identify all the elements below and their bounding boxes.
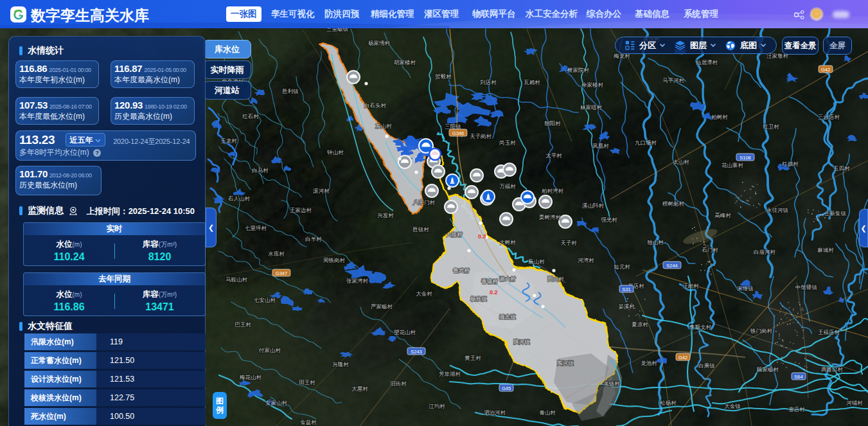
- svg-text:柏树村: 柏树村: [711, 114, 728, 120]
- svg-text:白庙河村: 白庙河村: [754, 249, 776, 255]
- svg-text:黄王村: 黄王村: [464, 355, 481, 361]
- svg-text:新山村: 新山村: [528, 258, 545, 265]
- svg-text:五四村: 五四村: [833, 165, 850, 172]
- svg-text:仙居潭村: 仙居潭村: [696, 59, 718, 66]
- svg-text:三合店村: 三合店村: [818, 114, 840, 120]
- svg-text:关镇村: 关镇村: [603, 380, 620, 387]
- svg-text:青山村: 青山村: [539, 409, 556, 416]
- svg-text:芳草湖村: 芳草湖村: [439, 371, 461, 377]
- svg-text:0.2: 0.2: [490, 289, 498, 296]
- svg-text:短元村: 短元村: [614, 263, 630, 270]
- svg-text:顾家畈村: 顾家畈村: [756, 366, 779, 373]
- svg-text:强光村: 强光村: [601, 217, 617, 223]
- svg-text:大屋村: 大屋村: [351, 386, 368, 392]
- svg-text:中馆驿镇: 中馆驿镇: [795, 284, 818, 290]
- svg-text:G45: G45: [502, 386, 511, 391]
- svg-text:三阳镇: 三阳镇: [445, 123, 461, 130]
- svg-text:七里坪村: 七里坪村: [245, 225, 267, 231]
- svg-text:雷店村: 雷店村: [788, 406, 805, 413]
- svg-text:瓦赖村: 瓦赖村: [524, 79, 540, 85]
- svg-text:万福村: 万福村: [499, 183, 516, 190]
- svg-text:宋埠镇: 宋埠镇: [737, 285, 754, 292]
- svg-text:金盆村: 金盆村: [300, 419, 317, 425]
- svg-text:谢山村: 谢山村: [499, 276, 516, 282]
- svg-text:凤凰村: 凤凰村: [592, 143, 609, 149]
- svg-text:大金村: 大金村: [416, 290, 432, 297]
- svg-text:杨家塝村: 杨家塝村: [368, 40, 391, 46]
- svg-text:铁门岗村: 铁门岗村: [750, 328, 773, 334]
- svg-text:栗树湾村: 栗树湾村: [539, 214, 562, 220]
- svg-text:石门村: 石门村: [702, 247, 718, 253]
- svg-text:兴隆村: 兴隆村: [332, 361, 349, 368]
- svg-text:固山村: 固山村: [547, 276, 564, 282]
- svg-text:S244: S244: [666, 263, 678, 269]
- svg-text:陕河镇: 陕河镇: [513, 339, 530, 345]
- svg-text:高峰村: 高峰村: [714, 212, 731, 218]
- svg-text:李斯文村: 李斯文村: [689, 324, 712, 330]
- svg-text:河铺村: 河铺村: [846, 400, 863, 406]
- svg-text:张家湾村: 张家湾村: [346, 278, 369, 284]
- svg-text:马鞍山村: 马鞍山村: [226, 276, 248, 283]
- svg-text:田王村: 田王村: [299, 379, 315, 386]
- svg-text:兴发村: 兴发村: [377, 212, 394, 218]
- svg-text:天子岗村: 天子岗村: [470, 133, 492, 139]
- svg-text:胜镇村: 胜镇村: [412, 226, 429, 233]
- svg-text:S64: S64: [794, 374, 802, 380]
- svg-text:九口塘村: 九口塘村: [635, 139, 657, 146]
- svg-text:玉龙村: 玉龙村: [220, 138, 237, 144]
- svg-text:0.3: 0.3: [478, 233, 486, 240]
- svg-text:胜利镇: 胜利镇: [282, 88, 299, 94]
- svg-text:付家山村: 付家山村: [258, 347, 281, 353]
- svg-text:太山村: 太山村: [673, 159, 689, 165]
- svg-text:梅花山村: 梅花山村: [239, 374, 262, 380]
- svg-text:S108: S108: [740, 155, 751, 161]
- svg-text:尚玉村: 尚玉村: [499, 139, 516, 146]
- svg-text:麻城村: 麻城村: [817, 247, 834, 253]
- svg-text:马平河村: 马平河村: [662, 77, 685, 84]
- svg-text:八字门村: 八字门村: [412, 199, 436, 206]
- svg-text:杨枝镇: 杨枝镇: [470, 296, 487, 302]
- svg-text:望花山村: 望花山村: [394, 329, 416, 335]
- svg-text:大金镇: 大金镇: [724, 403, 741, 409]
- svg-text:大悟村: 大悟村: [446, 231, 463, 238]
- svg-text:上新集镇: 上新集镇: [824, 210, 847, 217]
- svg-text:G42: G42: [678, 355, 687, 360]
- svg-text:红卫村: 红卫村: [763, 123, 779, 130]
- svg-text:红石村: 红石村: [242, 113, 259, 120]
- svg-text:永佳河镇: 永佳河镇: [766, 207, 789, 213]
- svg-text:S31: S31: [622, 287, 630, 292]
- svg-text:泗泊河村: 泗泊河村: [484, 409, 506, 416]
- svg-text:G347: G347: [276, 271, 287, 276]
- svg-text:红旗村: 红旗村: [782, 161, 799, 167]
- svg-text:溪山阧村: 溪山阧村: [582, 202, 605, 209]
- svg-text:白马村: 白马村: [252, 167, 269, 173]
- svg-text:城志镇: 城志镇: [499, 314, 516, 320]
- svg-text:滚河村: 滚河村: [312, 188, 330, 194]
- svg-text:安家山村: 安家山村: [265, 400, 288, 406]
- svg-text:陶河镇: 陶河镇: [557, 360, 574, 366]
- svg-text:林家咀村: 林家咀村: [580, 104, 603, 111]
- svg-text:钟山村: 钟山村: [326, 149, 344, 155]
- svg-text:S243: S243: [411, 349, 422, 355]
- svg-text:松杨村: 松杨村: [660, 400, 677, 406]
- svg-text:汪岗村: 汪岗村: [682, 283, 699, 289]
- svg-text:严家畈村: 严家畈村: [371, 303, 393, 310]
- svg-text:夏凉村: 夏凉村: [632, 321, 648, 328]
- svg-text:花山寨村: 花山寨村: [722, 162, 744, 168]
- svg-text:石人山村: 石人山村: [228, 195, 251, 202]
- svg-text:刘店村: 刘店村: [479, 79, 497, 85]
- svg-text:东山村: 东山村: [375, 123, 392, 129]
- svg-text:王家边村: 王家边村: [290, 207, 312, 213]
- svg-text:巴王村: 巴王村: [235, 321, 251, 328]
- svg-text:水库村: 水库村: [268, 251, 285, 257]
- svg-text:横家院村: 横家院村: [567, 67, 590, 73]
- svg-text:独山村: 独山村: [647, 239, 664, 245]
- svg-text:两路口村: 两路口村: [821, 366, 844, 373]
- svg-text:七安山村: 七安山村: [254, 297, 276, 303]
- svg-text:太平村: 太平村: [545, 152, 562, 159]
- svg-text:天子村: 天子村: [560, 240, 577, 246]
- svg-text:G42: G42: [821, 67, 830, 73]
- svg-text:贺毅村: 贺毅村: [434, 73, 452, 80]
- svg-text:柏村湾村: 柏村湾村: [541, 188, 564, 194]
- svg-text:白果镇: 白果镇: [698, 362, 715, 369]
